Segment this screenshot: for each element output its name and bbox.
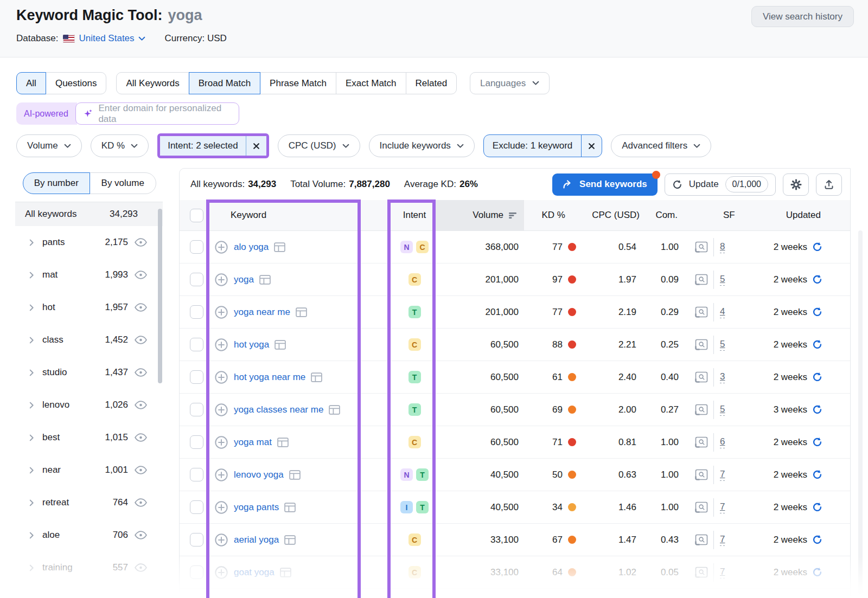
refresh-keyword-icon[interactable] (812, 470, 822, 480)
kd-filter[interactable]: KD % (91, 134, 149, 157)
sf-value[interactable]: 7 (720, 501, 725, 513)
sf-value[interactable]: 4 (720, 306, 725, 318)
cpc-filter[interactable]: CPC (USD) (278, 134, 360, 157)
select-all-checkbox[interactable] (190, 209, 203, 222)
chevron-right-icon[interactable] (29, 369, 34, 376)
eye-icon[interactable] (134, 465, 148, 475)
add-keyword-icon[interactable] (214, 500, 228, 515)
keyword-group-item[interactable]: training 557 (15, 551, 163, 584)
sf-value[interactable]: 5 (720, 404, 725, 416)
sf-value[interactable]: 7 (720, 469, 725, 481)
keyword-group-item[interactable]: class 1,452 (15, 324, 163, 356)
eye-icon[interactable] (134, 400, 148, 410)
row-checkbox[interactable] (190, 435, 203, 449)
volume-filter[interactable]: Volume (16, 134, 82, 157)
serp-preview-icon[interactable] (695, 436, 708, 448)
keyword-group-item[interactable]: mat 1,993 (15, 259, 163, 291)
chevron-right-icon[interactable] (29, 304, 34, 311)
sf-value[interactable]: 7 (720, 567, 725, 578)
keyword-link[interactable]: yoga pants (234, 502, 279, 513)
row-checkbox[interactable] (190, 533, 203, 546)
sf-value[interactable]: 3 (720, 371, 725, 383)
serp-features-icon[interactable] (277, 438, 289, 447)
settings-button[interactable] (783, 173, 809, 196)
keyword-group-item[interactable]: hot 1,957 (15, 291, 163, 324)
keyword-group-item[interactable]: studio 1,437 (15, 356, 163, 389)
clear-intent-filter-icon[interactable] (246, 136, 266, 156)
view-search-history-button[interactable]: View search history (751, 6, 854, 27)
add-keyword-icon[interactable] (214, 403, 228, 417)
refresh-keyword-icon[interactable] (812, 242, 822, 252)
row-checkbox[interactable] (190, 468, 203, 481)
row-checkbox[interactable] (190, 370, 203, 384)
row-checkbox[interactable] (190, 403, 203, 416)
keyword-link[interactable]: alo yoga (234, 242, 269, 253)
keyword-link[interactable]: goat yoga (234, 567, 275, 578)
column-header-volume[interactable]: Volume (433, 200, 524, 230)
chevron-right-icon[interactable] (29, 532, 34, 539)
chevron-right-icon[interactable] (29, 272, 34, 279)
column-header-updated[interactable]: Updated (741, 200, 851, 230)
column-header-kd[interactable]: KD % (524, 200, 584, 230)
domain-input[interactable]: Enter domain for personalized data (75, 102, 239, 125)
keyword-link[interactable]: yoga classes near me (234, 404, 323, 415)
chevron-right-icon[interactable] (29, 402, 34, 409)
sf-value[interactable]: 5 (720, 339, 725, 351)
sort-by-volume-tab[interactable]: By volume (90, 172, 157, 194)
tab-all[interactable]: All (16, 72, 46, 94)
chevron-right-icon[interactable] (29, 564, 34, 571)
serp-features-icon[interactable] (296, 307, 307, 317)
add-keyword-icon[interactable] (214, 240, 228, 254)
sf-value[interactable]: 7 (720, 534, 725, 546)
row-checkbox[interactable] (190, 305, 203, 319)
database-selector[interactable]: United States (79, 33, 145, 44)
eye-icon[interactable] (134, 303, 148, 312)
clear-exclude-filter-icon[interactable] (582, 135, 602, 157)
refresh-keyword-icon[interactable] (812, 274, 822, 285)
serp-features-icon[interactable] (311, 372, 322, 382)
exclude-keywords-filter[interactable]: Exclude: 1 keyword (483, 134, 602, 157)
serp-preview-icon[interactable] (695, 241, 708, 253)
serp-preview-icon[interactable] (695, 501, 708, 513)
table-scrollbar[interactable] (858, 230, 863, 594)
add-keyword-icon[interactable] (214, 435, 228, 449)
keyword-group-item[interactable]: retreat 764 (15, 486, 163, 519)
keyword-group-item[interactable]: best 1,015 (15, 421, 163, 454)
add-keyword-icon[interactable] (214, 305, 228, 319)
serp-features-icon[interactable] (274, 242, 285, 252)
update-button[interactable]: Update 0/1,000 (665, 173, 776, 196)
refresh-keyword-icon[interactable] (812, 339, 822, 350)
add-keyword-icon[interactable] (214, 533, 228, 547)
refresh-keyword-icon[interactable] (812, 502, 822, 512)
keyword-link[interactable]: lenovo yoga (234, 470, 284, 480)
serp-preview-icon[interactable] (695, 534, 708, 545)
eye-icon[interactable] (134, 433, 148, 442)
add-keyword-icon[interactable] (214, 273, 228, 287)
eye-icon[interactable] (134, 563, 148, 573)
eye-icon[interactable] (134, 237, 148, 247)
advanced-filters[interactable]: Advanced filters (611, 134, 711, 157)
all-keywords-group[interactable]: All keywords 34,293 (15, 202, 163, 226)
sort-by-number-tab[interactable]: By number (23, 172, 90, 194)
refresh-keyword-icon[interactable] (812, 437, 822, 447)
chevron-right-icon[interactable] (29, 467, 34, 474)
chevron-right-icon[interactable] (29, 337, 34, 344)
refresh-keyword-icon[interactable] (812, 567, 822, 577)
eye-icon[interactable] (134, 530, 148, 540)
sidebar-scrollbar[interactable] (158, 209, 162, 383)
keyword-link[interactable]: yoga (234, 274, 254, 285)
column-header-com[interactable]: Com. (647, 200, 690, 230)
keyword-link[interactable]: aerial yoga (234, 535, 279, 545)
serp-preview-icon[interactable] (695, 339, 708, 350)
column-header-cpc[interactable]: CPC (USD) (584, 200, 647, 230)
send-keywords-button[interactable]: Send keywords (552, 173, 658, 196)
serp-preview-icon[interactable] (695, 469, 708, 480)
row-checkbox[interactable] (190, 338, 203, 351)
tab-related[interactable]: Related (406, 72, 457, 94)
keyword-group-item[interactable]: aloe 706 (15, 519, 163, 551)
serp-features-icon[interactable] (289, 470, 301, 480)
sf-value[interactable]: 8 (720, 241, 725, 253)
serp-preview-icon[interactable] (695, 306, 708, 318)
refresh-keyword-icon[interactable] (812, 307, 822, 317)
keyword-link[interactable]: yoga near me (234, 307, 290, 318)
